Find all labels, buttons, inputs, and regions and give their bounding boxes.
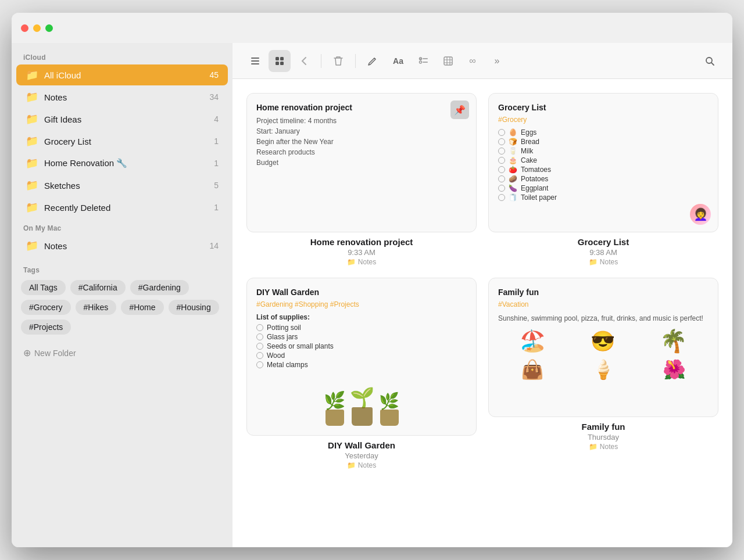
folder-icon: 📁	[26, 179, 38, 192]
link-button[interactable]: ∞	[462, 50, 484, 72]
svg-rect-8	[423, 58, 428, 59]
sidebar-item-count: 4	[214, 114, 219, 124]
note-title: DIY Wall Garden	[246, 440, 477, 450]
note-title: Grocery List	[488, 237, 718, 247]
svg-rect-6	[280, 62, 284, 65]
checklist-text: Eggplant	[521, 184, 548, 192]
checklist-text: Milk	[521, 147, 533, 155]
svg-rect-5	[276, 62, 279, 65]
sidebar-item-grocery-list[interactable]: 📁 Grocery List 1	[16, 131, 228, 152]
checklist-emoji: 🧻	[509, 193, 517, 202]
note-card-family-fun[interactable]: Family fun #Vacation Sunshine, swimming …	[488, 278, 718, 469]
note-time: 9:33 AM	[246, 248, 477, 257]
svg-rect-11	[444, 57, 452, 65]
trash-button[interactable]	[327, 50, 349, 72]
sidebar-item-gift-ideas[interactable]: 📁 Gift Ideas 4	[16, 109, 228, 130]
folder-name: Notes	[358, 258, 376, 266]
sidebar-item-count: 34	[209, 92, 219, 102]
svg-rect-3	[276, 57, 279, 60]
sidebar-item-all-icloud[interactable]: 📁 All iCloud 45	[16, 64, 228, 85]
sidebar-item-home-renovation[interactable]: 📁 Home Renovation 🔧 1	[16, 153, 228, 174]
note-time: 9:38 AM	[488, 248, 718, 257]
sidebar-item-sketches[interactable]: 📁 Sketches 5	[16, 175, 228, 196]
compose-button[interactable]	[362, 50, 384, 72]
sidebar-item-label: Sketches	[44, 181, 208, 191]
sidebar-item-notes[interactable]: 📁 Notes 34	[16, 87, 228, 107]
close-button[interactable]	[21, 24, 28, 32]
tag-projects[interactable]: #Projects	[21, 320, 71, 335]
checklist-item: 🧻 Toilet paper	[498, 193, 709, 202]
garden-illustration: 🌿 🌱 🌿	[256, 374, 467, 426]
folder-icon-small: 📁	[347, 461, 356, 469]
sidebar-item-recently-deleted[interactable]: 📁 Recently Deleted 1	[16, 197, 228, 218]
note-preview-tag: #Vacation	[498, 300, 709, 308]
note-card-grocery-list[interactable]: Grocery List #Grocery 🥚 Eggs 🍞	[488, 93, 718, 266]
note-info: DIY Wall Garden Yesterday 📁 Notes	[246, 440, 477, 469]
grid-view-button[interactable]	[269, 50, 291, 72]
tag-hikes[interactable]: #Hikes	[76, 300, 117, 315]
checklist-item: 🥛 Milk	[498, 147, 709, 155]
checklist-item: Metal clamps	[256, 361, 467, 369]
tag-all-tags[interactable]: All Tags	[21, 280, 66, 295]
sidebar-item-count: 45	[209, 70, 219, 80]
tag-grocery[interactable]: #Grocery	[21, 300, 71, 315]
checklist-circle	[256, 352, 263, 359]
note-line: Budget	[256, 157, 467, 168]
note-card-diy-garden[interactable]: DIY Wall Garden #Gardening #Shopping #Pr…	[246, 278, 477, 469]
new-folder-button[interactable]: ⊕ New Folder	[12, 342, 233, 364]
checklist-item: Wood	[256, 351, 467, 360]
icloud-section-label: iCloud	[12, 48, 233, 64]
checklist-emoji: 🥚	[509, 128, 517, 137]
sidebar-item-mac-notes[interactable]: 📁 Notes 14	[16, 235, 228, 256]
tag-gardening[interactable]: #Gardening	[130, 280, 189, 295]
folder-icon: 📁	[26, 91, 38, 103]
folder-icon: 📁	[26, 157, 38, 170]
note-folder: 📁 Notes	[246, 258, 477, 266]
sidebar-item-label: Gift Ideas	[44, 114, 208, 124]
search-button[interactable]	[699, 50, 721, 72]
tag-california[interactable]: #California	[70, 280, 126, 295]
checklist-circle	[498, 148, 505, 155]
more-button[interactable]: »	[486, 50, 508, 72]
folder-icon: 📁	[26, 201, 38, 214]
checklist-emoji: 🥔	[509, 175, 517, 183]
avatar: 👩‍🦱	[690, 204, 711, 225]
checklist-item: 🍅 Tomatoes	[498, 166, 709, 174]
note-line: Project timeline: 4 months	[256, 116, 467, 126]
tag-housing[interactable]: #Housing	[169, 300, 219, 315]
minimize-button[interactable]	[33, 24, 41, 32]
maximize-button[interactable]	[45, 24, 53, 32]
checklist-text: Eggs	[521, 128, 536, 137]
checklist-text: Toilet paper	[521, 193, 557, 202]
checklist-circle	[498, 166, 505, 173]
format-button[interactable]: Aa	[386, 50, 410, 72]
note-preview-title: Grocery List	[498, 103, 709, 112]
table-button[interactable]	[437, 50, 459, 72]
checklist-text: Tomatoes	[521, 166, 551, 174]
pin-button[interactable]: 📌	[450, 100, 469, 119]
checklist-circle	[256, 333, 263, 340]
note-preview-tag: #Grocery	[498, 116, 709, 124]
back-button[interactable]	[293, 50, 315, 72]
note-folder: 📁 Notes	[488, 258, 718, 266]
toolbar-divider	[321, 54, 321, 68]
plant-jar	[352, 407, 373, 426]
note-time: Thursday	[488, 433, 718, 441]
sidebar-item-label: Notes	[44, 92, 203, 102]
tag-home[interactable]: #Home	[121, 300, 163, 315]
note-title: Home renovation project	[246, 237, 477, 247]
checklist: Potting soil Glass jars Seeds or small p…	[256, 324, 467, 369]
list-view-button[interactable]	[244, 50, 266, 72]
svg-line-17	[711, 63, 714, 65]
note-preview: Family fun #Vacation Sunshine, swimming …	[488, 278, 718, 417]
checklist-button[interactable]	[413, 50, 435, 72]
checklist-emoji: 🍞	[509, 138, 517, 146]
note-info: Family fun Thursday 📁 Notes	[488, 422, 718, 451]
svg-rect-2	[251, 63, 259, 64]
note-title: Family fun	[488, 422, 718, 432]
folder-icon: 📁	[26, 113, 38, 125]
note-card-home-renovation[interactable]: Home renovation project Project timeline…	[246, 93, 477, 266]
app-window: iCloud 📁 All iCloud 45 📁 Notes 34 📁 Gift…	[12, 13, 732, 547]
svg-point-9	[420, 61, 422, 63]
sidebar-item-count: 1	[214, 159, 219, 168]
